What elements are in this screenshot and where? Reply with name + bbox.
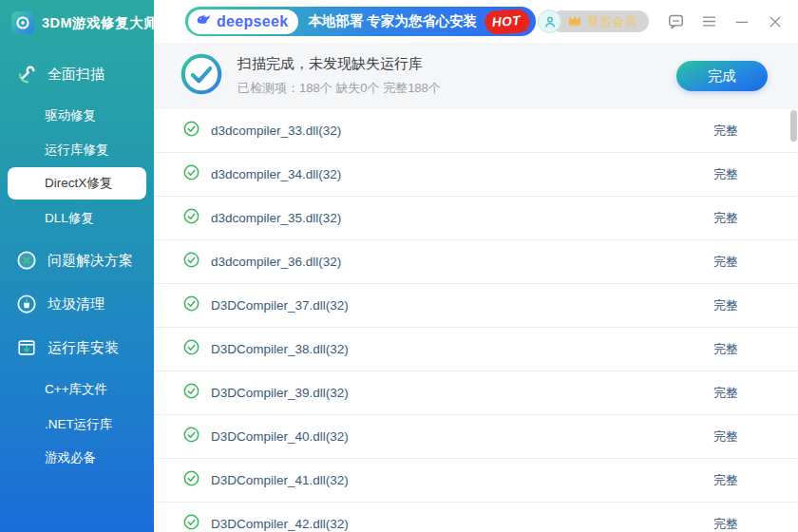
deepseek-brand-label: deepseek	[217, 13, 288, 30]
table-row: D3DCompiler_38.dll(32)完整	[154, 328, 798, 371]
scan-result-header: 扫描完成，未发现缺失运行库 已检测项：188个 缺失0个 完整188个 完成	[154, 43, 798, 109]
scrollbar-thumb[interactable]	[790, 110, 797, 142]
dll-file-name: d3dcompiler_34.dll(32)	[211, 167, 341, 181]
sidebar-item-dll-fix[interactable]: DLL修复	[0, 209, 154, 228]
check-circle-icon	[183, 514, 200, 532]
check-circle-icon	[183, 252, 200, 272]
scan-result-title: 扫描完成，未发现缺失运行库	[238, 55, 441, 73]
check-circle-icon	[183, 383, 200, 403]
check-circle-icon	[183, 339, 200, 359]
dll-file-name: D3DCompiler_39.dll(32)	[211, 386, 349, 400]
sidebar-item-label: DLL修复	[45, 210, 94, 227]
dll-result-list: d3dcompiler_33.dll(32)完整d3dcompiler_34.d…	[154, 109, 798, 532]
app-logo-row: 3DM游戏修复大师	[0, 0, 154, 36]
x-circle-icon	[16, 250, 37, 271]
table-row: d3dcompiler_36.dll(32)完整	[154, 240, 798, 284]
dll-file-name: d3dcompiler_33.dll(32)	[211, 124, 341, 138]
sidebar-item-runtime-install[interactable]: 运行库安装	[0, 334, 154, 361]
dll-file-name: d3dcompiler_35.dll(32)	[211, 211, 341, 225]
hot-badge: HOT	[486, 10, 529, 33]
sidebar-item-junk-clean[interactable]: 垃圾清理	[0, 291, 154, 317]
close-icon[interactable]	[766, 12, 785, 31]
sidebar-item-label: 游戏必备	[45, 449, 96, 466]
dll-status-label: 完整	[713, 472, 738, 489]
dll-file-name: D3DCompiler_41.dll(32)	[211, 473, 349, 487]
sidebar-item-label: DirectX修复	[45, 175, 112, 192]
dll-status-label: 完整	[713, 297, 738, 314]
dll-file-name: D3DCompiler_42.dll(32)	[211, 517, 349, 531]
dll-file-name: D3DCompiler_40.dll(32)	[211, 429, 349, 444]
sidebar-item-label: 运行库安装	[48, 339, 119, 357]
dll-status-label: 完整	[713, 166, 738, 183]
sidebar-item-full-scan[interactable]: 全面扫描	[0, 61, 154, 87]
wrench-icon	[16, 64, 37, 85]
feedback-icon[interactable]	[666, 12, 685, 31]
check-circle-icon	[183, 164, 200, 184]
dll-status-label: 完整	[713, 385, 738, 402]
dll-file-name: D3DCompiler_37.dll(32)	[211, 298, 349, 313]
dll-status-label: 完整	[713, 123, 738, 140]
table-row: D3DCompiler_41.dll(32)完整	[154, 459, 798, 503]
sidebar-item-label: 垃圾清理	[48, 295, 104, 314]
sidebar-item-label: 全面扫描	[48, 66, 104, 84]
main-panel: deepseek 本地部署 专家为您省心安装 HOT	[154, 0, 798, 532]
sidebar-item-game-essentials[interactable]: 游戏必备	[0, 448, 154, 467]
vip-pill: 尊贵会员	[551, 10, 649, 32]
table-row: d3dcompiler_34.dll(32)完整	[154, 153, 798, 197]
vip-membership-button[interactable]: 尊贵会员	[538, 10, 649, 33]
table-row: D3DCompiler_40.dll(32)完整	[154, 415, 798, 459]
banner-slogan: 本地部署 专家为您省心安装	[308, 12, 479, 30]
table-row: D3DCompiler_42.dll(32)完整	[154, 503, 798, 532]
dll-status-label: 完整	[713, 210, 738, 227]
sidebar-item-label: 问题解决方案	[48, 252, 133, 270]
sidebar-item-label: 驱动修复	[45, 107, 96, 124]
scan-result-summary: 已检测项：188个 缺失0个 完整188个	[238, 80, 441, 97]
title-bar: deepseek 本地部署 专家为您省心安装 HOT	[154, 0, 798, 43]
deepseek-ad-banner[interactable]: deepseek 本地部署 专家为您省心安装 HOT	[185, 7, 536, 36]
table-row: D3DCompiler_39.dll(32)完整	[154, 371, 798, 415]
clean-icon	[16, 294, 37, 314]
sidebar-item-runtime-fix[interactable]: 运行库修复	[0, 141, 154, 160]
install-icon	[16, 337, 37, 358]
finish-button[interactable]: 完成	[676, 61, 768, 91]
sidebar-item-label: 运行库修复	[45, 142, 109, 159]
table-row: d3dcompiler_35.dll(32)完整	[154, 197, 798, 240]
table-row: d3dcompiler_33.dll(32)完整	[154, 109, 798, 153]
minimize-icon[interactable]	[732, 12, 751, 31]
dll-status-label: 完整	[713, 254, 738, 271]
dll-status-label: 完整	[713, 341, 738, 358]
sidebar-item-dotnet-runtime[interactable]: .NET运行库	[0, 415, 154, 434]
check-circle-icon	[183, 427, 200, 446]
vip-label: 尊贵会员	[587, 13, 636, 30]
sidebar-item-directx-fix[interactable]: DirectX修复	[8, 167, 146, 200]
app-window: 3DM游戏修复大师 全面扫描驱动修复运行库修复DirectX修复DLL修复问题解…	[0, 0, 798, 532]
user-avatar-icon	[538, 10, 561, 33]
table-row: D3DCompiler_37.dll(32)完整	[154, 284, 798, 328]
deepseek-brand-capsule: deepseek	[188, 10, 298, 34]
sidebar-item-label: C++库文件	[45, 381, 107, 398]
check-circle-icon	[183, 470, 200, 490]
check-circle-icon	[183, 295, 200, 315]
sidebar: 3DM游戏修复大师 全面扫描驱动修复运行库修复DirectX修复DLL修复问题解…	[0, 0, 154, 532]
check-circle-icon	[183, 208, 200, 228]
deepseek-whale-icon	[195, 11, 212, 32]
sidebar-nav: 全面扫描驱动修复运行库修复DirectX修复DLL修复问题解决方案垃圾清理运行库…	[0, 36, 154, 467]
app-title: 3DM游戏修复大师	[42, 14, 154, 32]
scan-success-icon	[180, 53, 222, 99]
sidebar-item-solutions[interactable]: 问题解决方案	[0, 247, 154, 274]
app-logo-icon	[11, 11, 34, 34]
sidebar-item-label: .NET运行库	[45, 416, 112, 433]
dll-status-label: 完整	[713, 516, 738, 532]
sidebar-item-driver-fix[interactable]: 驱动修复	[0, 106, 154, 125]
dll-status-label: 完整	[713, 428, 738, 446]
dll-file-name: D3DCompiler_38.dll(32)	[211, 342, 349, 356]
sidebar-item-cpp-files[interactable]: C++库文件	[0, 380, 154, 399]
menu-icon[interactable]	[699, 12, 718, 31]
dll-file-name: d3dcompiler_36.dll(32)	[211, 255, 341, 269]
crown-icon	[567, 13, 582, 29]
check-circle-icon	[183, 121, 200, 141]
